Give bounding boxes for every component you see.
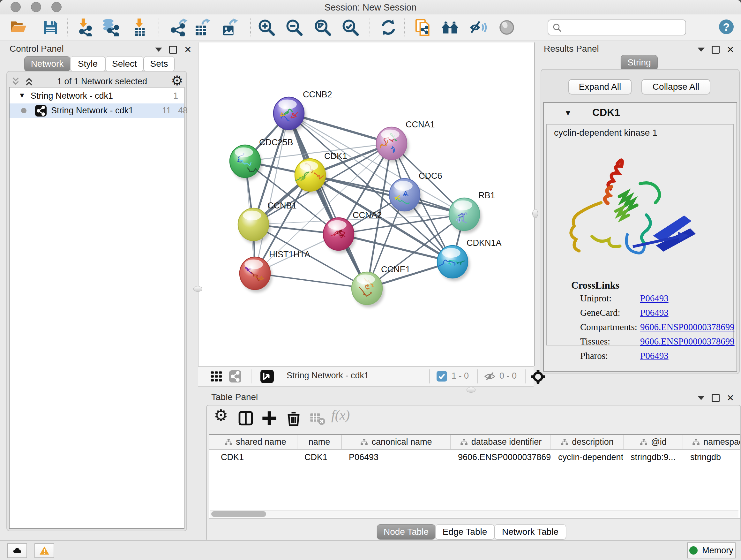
crosslink-value-link[interactable]: P06493 (640, 307, 669, 318)
save-session-icon[interactable] (42, 18, 59, 37)
float-panel-icon[interactable] (169, 46, 177, 54)
tab-string[interactable]: String (621, 55, 658, 70)
show-columns-icon[interactable] (238, 410, 254, 427)
export-table-icon[interactable] (193, 18, 211, 37)
collapse-gene-icon[interactable]: ▼ (564, 109, 572, 118)
delete-column-icon[interactable] (285, 410, 302, 427)
export-image-icon[interactable] (221, 18, 239, 37)
zoom-in-icon[interactable] (258, 18, 275, 37)
network-node-RB1[interactable] (449, 198, 482, 233)
collapse-all-button[interactable]: Collapse All (642, 79, 711, 95)
zoom-fit-icon[interactable] (314, 18, 332, 37)
expand-collection-icon[interactable]: ▼ (18, 91, 25, 100)
memory-button[interactable]: Memory (687, 543, 736, 558)
column-header-namespac[interactable]: namespac (683, 435, 740, 449)
crosslink-label: Tissues: (580, 336, 610, 347)
network-node-CCNB2[interactable] (273, 97, 306, 132)
add-column-icon[interactable] (261, 410, 278, 427)
zoom-selected-icon[interactable] (341, 18, 359, 37)
column-header-description[interactable]: description (551, 435, 623, 449)
cloud-button[interactable] (7, 543, 27, 558)
column-header-canonical-name[interactable]: canonical name (342, 435, 451, 449)
table-horizontal-scrollbar[interactable] (210, 510, 738, 517)
collapse-panel-icon[interactable] (697, 48, 704, 52)
left-splitter-handle[interactable] (193, 286, 202, 292)
network-node-CCNA1[interactable] (376, 127, 409, 163)
network-node-CDKN1A[interactable] (437, 246, 470, 281)
column-header-shared-name[interactable]: shared name (214, 435, 297, 449)
crosslink-value-link[interactable]: 9606.ENSP00000378699 (640, 322, 735, 332)
hide-panel-icon[interactable] (469, 18, 487, 37)
network-type-icon (35, 105, 47, 117)
warnings-button[interactable] (35, 543, 54, 558)
grid-view-icon[interactable] (210, 370, 223, 382)
table-cell[interactable]: cyclin-dependent ... (551, 450, 623, 464)
network-node-HIST1H1A[interactable] (240, 257, 272, 293)
string-home-icon[interactable] (441, 18, 459, 37)
export-network-icon[interactable] (170, 18, 188, 37)
table-cell[interactable]: stringdb (683, 450, 740, 464)
expand-all-button[interactable]: Expand All (568, 79, 631, 95)
table-panel-header-icons: ✕ (697, 394, 734, 402)
preview-icon[interactable] (498, 18, 516, 37)
column-header--id[interactable]: @id (623, 435, 683, 449)
crosslink-value-link[interactable]: P06493 (640, 293, 669, 304)
table-cell[interactable]: P06493 (342, 450, 450, 464)
collapse-panel-icon[interactable] (155, 48, 162, 52)
collapse-all-icon[interactable] (10, 76, 21, 87)
column-header-label: namespac (703, 437, 740, 447)
network-node-CCNE1[interactable] (352, 272, 384, 307)
string-results-scroll: ▼ CDK1 cyclin-dependent kinase 1 (543, 102, 737, 372)
tab-select[interactable]: Select (105, 56, 144, 71)
birds-eye-view-icon[interactable] (260, 370, 274, 383)
network-node-CDK1[interactable] (295, 159, 327, 194)
search-input[interactable] (565, 21, 681, 34)
column-hierarchy-icon (460, 438, 468, 446)
refresh-icon[interactable] (380, 18, 397, 37)
close-panel-icon[interactable]: ✕ (727, 395, 734, 401)
network-edge[interactable] (310, 175, 464, 214)
selected-nodes-checkbox-icon[interactable] (436, 371, 447, 381)
tab-sets[interactable]: Sets (144, 56, 175, 71)
column-header-database-identifier[interactable]: database identifier (451, 435, 551, 449)
close-panel-icon[interactable]: ✕ (727, 47, 734, 53)
clone-network-icon[interactable] (414, 18, 432, 37)
import-table-icon[interactable] (130, 18, 148, 37)
table-cell[interactable]: 9606.ENSP00000378699 (451, 450, 550, 464)
open-session-icon[interactable] (10, 18, 27, 37)
float-panel-icon[interactable] (712, 394, 720, 402)
table-settings-gear-icon[interactable]: ⚙ (214, 406, 228, 425)
network-options-gear-icon[interactable]: ⚙ (171, 73, 183, 88)
crosslink-value-link[interactable]: P06493 (640, 351, 669, 361)
footer-separator (477, 369, 478, 383)
tab-style[interactable]: Style (70, 56, 105, 71)
tab-edge-table[interactable]: Edge Table (435, 524, 494, 540)
tab-node-table[interactable]: Node Table (377, 524, 435, 540)
import-network-icon[interactable] (74, 18, 92, 37)
bottom-splitter-handle[interactable] (467, 387, 475, 393)
network-collection-row[interactable]: ▼ String Network - cdk1 1 (10, 89, 184, 104)
network-node-CDC25B[interactable] (230, 145, 262, 180)
network-row-selected[interactable]: String Network - cdk1 11 48 (10, 104, 184, 118)
expand-all-icon[interactable] (23, 76, 35, 87)
network-edge[interactable] (289, 113, 367, 288)
toolbar-separator (404, 18, 405, 37)
import-database-icon[interactable] (101, 18, 119, 37)
tab-network[interactable]: Network (24, 56, 70, 71)
table-cell[interactable]: CDK1 (297, 450, 341, 464)
column-header-name[interactable]: name (297, 435, 342, 449)
scrollbar-thumb[interactable] (211, 511, 266, 517)
network-view-type-icon[interactable] (229, 370, 241, 382)
right-splitter-handle[interactable] (532, 209, 538, 218)
zoom-out-icon[interactable] (285, 18, 303, 37)
network-canvas[interactable]: CCNB2CCNA1CDC25BCDK1CDC6RB1CCNB1CCNA2CDK… (198, 43, 535, 366)
crosslink-value-link[interactable]: 9606.ENSP00000378699 (640, 336, 735, 347)
network-node-CCNA2[interactable] (323, 218, 356, 253)
tab-network-table[interactable]: Network Table (494, 524, 566, 540)
table-cell[interactable]: stringdb:9... (623, 450, 683, 464)
close-panel-icon[interactable]: ✕ (184, 47, 192, 53)
float-panel-icon[interactable] (712, 46, 720, 54)
table-cell[interactable]: CDK1 (214, 450, 297, 464)
help-icon[interactable]: ? (719, 19, 734, 34)
collapse-panel-icon[interactable] (697, 396, 704, 400)
